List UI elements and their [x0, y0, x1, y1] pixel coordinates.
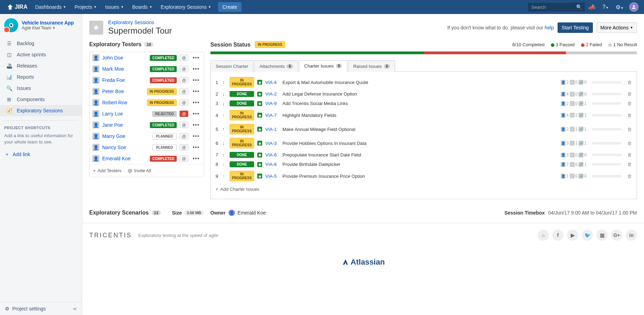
slideshare-icon[interactable]: ▥: [596, 230, 608, 241]
more-icon[interactable]: •••: [191, 133, 201, 139]
issue-summary[interactable]: Provide Hobbies Options In Insurant Data: [282, 141, 558, 146]
delete-icon[interactable]: 🗑: [627, 80, 632, 85]
delete-icon[interactable]: 🗑: [627, 113, 632, 118]
project-team[interactable]: Agile Kiwi Team▼: [22, 26, 74, 30]
create-button[interactable]: Create: [218, 2, 241, 12]
more-icon[interactable]: •••: [191, 111, 201, 117]
issue-summary[interactable]: Make Annual Mileage Field Optional: [282, 127, 558, 132]
search-icon[interactable]: 🔍: [573, 2, 585, 12]
delete-icon[interactable]: 🗑: [627, 152, 632, 158]
issue-key[interactable]: VIA-7: [265, 113, 279, 118]
tester-name[interactable]: Jane Poe: [102, 122, 147, 128]
invite-all-button[interactable]: @Invite All: [128, 168, 151, 173]
mail-button[interactable]: @: [180, 122, 188, 128]
more-icon[interactable]: •••: [191, 55, 201, 61]
google-plus-icon[interactable]: G+: [611, 230, 622, 241]
nav-exploratory-sessions[interactable]: Exploratory Sessions▼: [156, 0, 215, 14]
delete-icon[interactable]: 🗑: [627, 174, 632, 179]
issue-summary[interactable]: Add Legal Defense Insurance Option: [282, 91, 558, 97]
project-header[interactable]: Vehicle Insurance App Agile Kiwi Team▼: [0, 14, 82, 36]
tester-name[interactable]: Marry Goe: [102, 133, 149, 139]
issue-summary[interactable]: Prepopulate Insurance Start Date Field: [282, 152, 558, 158]
tab-attachments[interactable]: Attachments6: [254, 60, 298, 72]
breadcrumb[interactable]: Exploratory Sessions: [108, 20, 172, 25]
mail-button[interactable]: @: [180, 88, 188, 94]
star-icon[interactable]: ★: [89, 21, 103, 35]
issue-summary[interactable]: Add Tricentis Social Media Links: [282, 101, 558, 106]
issue-key[interactable]: VIA-2: [265, 91, 279, 97]
nav-issues[interactable]: Issues▼: [101, 0, 128, 14]
settings-icon[interactable]: ⚙▼: [612, 4, 627, 10]
tester-name[interactable]: Mark Moe: [102, 66, 147, 72]
twitter-icon[interactable]: 🐦: [582, 230, 593, 241]
add-charter-issues-button[interactable]: +Add Charter Issues: [211, 183, 637, 195]
issue-key[interactable]: VIA-1: [265, 127, 279, 132]
project-settings-link[interactable]: Project settings: [12, 306, 46, 312]
facebook-icon[interactable]: f: [552, 230, 564, 241]
more-icon[interactable]: •••: [191, 155, 201, 162]
mail-button[interactable]: @: [180, 99, 188, 106]
delete-icon[interactable]: 🗑: [627, 141, 632, 146]
more-icon[interactable]: •••: [191, 77, 201, 83]
add-testers-button[interactable]: +Add Testers: [93, 168, 121, 173]
mail-button[interactable]: @: [180, 66, 188, 72]
issue-key[interactable]: VIA-3: [265, 141, 279, 146]
sidebar-item-reports[interactable]: 📊Reports: [0, 71, 82, 83]
linkedin-icon[interactable]: in: [626, 230, 637, 241]
tester-name[interactable]: Emerald Koe: [102, 156, 147, 161]
jira-logo[interactable]: JIRA: [4, 4, 31, 10]
sidebar-item-backlog[interactable]: ☰Backlog: [0, 38, 82, 49]
issue-key[interactable]: VIA-4: [265, 80, 279, 85]
help-link[interactable]: help: [545, 25, 554, 30]
collapse-sidebar-icon[interactable]: ≪: [73, 307, 77, 311]
more-actions-button[interactable]: More Actions▼: [596, 22, 637, 33]
mail-button[interactable]: @: [180, 55, 188, 61]
youtube-icon[interactable]: ▶: [567, 230, 578, 241]
mail-button[interactable]: @: [180, 77, 188, 83]
tester-name[interactable]: Robert Roe: [102, 100, 144, 105]
home-icon[interactable]: ⌂: [538, 230, 549, 241]
add-link-button[interactable]: +Add link: [0, 149, 82, 160]
mail-button[interactable]: @: [180, 155, 188, 162]
delete-icon[interactable]: 🗑: [627, 91, 632, 97]
tester-name[interactable]: Larry Loe: [102, 111, 149, 117]
more-icon[interactable]: •••: [191, 88, 201, 94]
tab-raised-issues[interactable]: Raised Issues6: [348, 60, 395, 72]
sidebar-item-exploratory-sessions[interactable]: 🧭Exploratory Sessions: [0, 105, 82, 116]
nav-boards[interactable]: Boards▼: [128, 0, 156, 14]
delete-icon[interactable]: 🗑: [627, 127, 632, 132]
sidebar-item-issues[interactable]: 🔍Issues: [0, 83, 82, 94]
issue-summary[interactable]: Highlight Mandatory Fields: [282, 113, 558, 118]
start-testing-button[interactable]: Start Testing: [558, 22, 593, 33]
sidebar-item-releases[interactable]: 🚢Releases: [0, 60, 82, 71]
issue-key[interactable]: VIA-5: [265, 174, 279, 179]
more-icon[interactable]: •••: [191, 99, 201, 106]
sidebar-item-components[interactable]: ⊞Components: [0, 94, 82, 105]
tester-name[interactable]: Freda Foe: [102, 77, 147, 83]
more-icon[interactable]: •••: [191, 66, 201, 72]
tester-name[interactable]: John Doe: [102, 55, 147, 61]
issue-key[interactable]: VIA-9: [265, 101, 279, 106]
delete-icon[interactable]: 🗑: [627, 101, 632, 106]
user-avatar[interactable]: [629, 2, 638, 12]
search-input[interactable]: [528, 3, 573, 12]
more-icon[interactable]: •••: [191, 122, 201, 128]
help-icon[interactable]: ?▼: [599, 4, 612, 10]
issue-key[interactable]: VIA-6: [265, 152, 279, 158]
sidebar-item-active-sprints[interactable]: ◫Active sprints: [0, 49, 82, 60]
mail-button[interactable]: @: [180, 111, 188, 117]
tester-name[interactable]: Nancy Soe: [102, 145, 149, 150]
tester-name[interactable]: Peter Boe: [102, 89, 144, 94]
nav-dashboards[interactable]: Dashboards▼: [31, 0, 70, 14]
issue-key[interactable]: VIA-8: [265, 162, 279, 167]
issue-summary[interactable]: Provide Premium Insurance Price Option: [282, 174, 558, 179]
more-icon[interactable]: •••: [191, 144, 201, 150]
atlassian-logo[interactable]: Atlassian: [342, 258, 385, 267]
nav-projects[interactable]: Projects▼: [70, 0, 101, 14]
mail-button[interactable]: @: [180, 133, 188, 139]
issue-summary[interactable]: Provide Birthdate Datepicker: [282, 162, 558, 167]
tab-charter-issues[interactable]: Charter Issues9: [299, 60, 347, 72]
tab-session-charter[interactable]: Session Charter: [210, 60, 253, 72]
mail-button[interactable]: @: [180, 144, 188, 150]
feedback-icon[interactable]: 📣: [585, 4, 599, 10]
